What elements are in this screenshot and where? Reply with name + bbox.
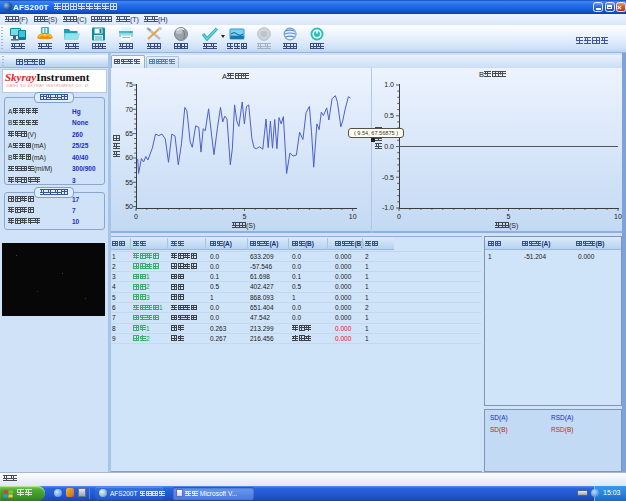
svg-text:60: 60 bbox=[125, 154, 133, 161]
svg-text:0: 0 bbox=[397, 213, 401, 220]
svg-text:5: 5 bbox=[242, 213, 246, 220]
svg-text:5: 5 bbox=[507, 213, 511, 220]
svg-text:0.5: 0.5 bbox=[384, 112, 394, 119]
svg-text:10: 10 bbox=[614, 213, 622, 220]
svg-text:65: 65 bbox=[125, 130, 133, 137]
svg-text:70: 70 bbox=[125, 106, 133, 113]
svg-text:0.0: 0.0 bbox=[384, 143, 394, 150]
svg-text:55: 55 bbox=[125, 179, 133, 186]
svg-text:10: 10 bbox=[349, 213, 357, 220]
svg-text:75: 75 bbox=[125, 81, 133, 88]
svg-text:0: 0 bbox=[134, 213, 138, 220]
svg-text:1.0: 1.0 bbox=[384, 81, 394, 88]
svg-text:-0.5: -0.5 bbox=[382, 174, 394, 181]
svg-text:50: 50 bbox=[125, 203, 133, 210]
svg-text:-1.0: -1.0 bbox=[382, 204, 394, 211]
